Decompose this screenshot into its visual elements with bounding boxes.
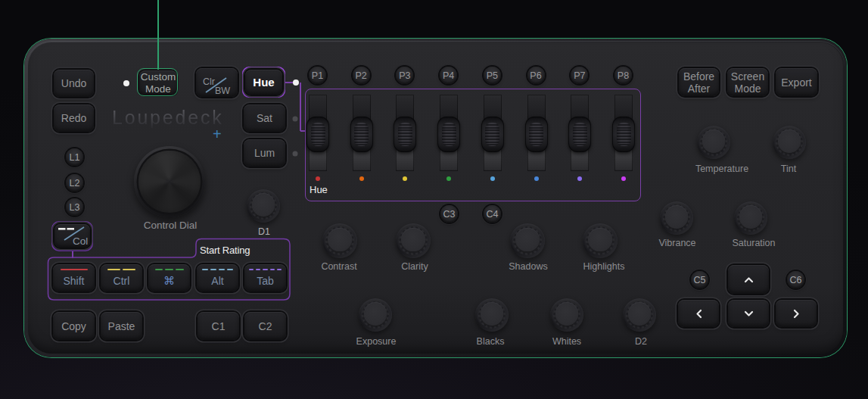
- svg-text:Clr: Clr: [203, 76, 215, 87]
- svg-text:Col: Col: [73, 235, 88, 247]
- svg-text:BW: BW: [215, 86, 230, 96]
